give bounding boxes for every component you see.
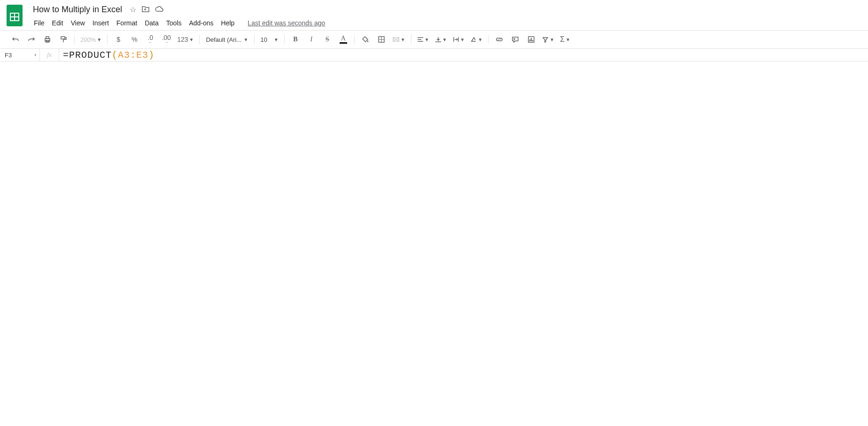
- svg-point-8: [367, 41, 368, 42]
- svg-rect-25: [532, 40, 533, 41]
- horizontal-align-button[interactable]: ▼: [415, 33, 431, 46]
- strikethrough-button[interactable]: S: [320, 33, 334, 46]
- format-currency-button[interactable]: $: [111, 33, 125, 46]
- menu-tools[interactable]: Tools: [163, 17, 185, 29]
- increase-decimal-button[interactable]: .00→: [159, 33, 173, 46]
- decrease-decimal-button[interactable]: .0←: [143, 33, 157, 46]
- fx-icon: fx: [40, 49, 59, 61]
- sheets-logo-icon[interactable]: [6, 4, 23, 27]
- move-folder-icon[interactable]: [142, 6, 149, 14]
- more-formats-button[interactable]: 123▼: [175, 33, 195, 46]
- bold-button[interactable]: B: [288, 33, 302, 46]
- borders-button[interactable]: [374, 33, 388, 46]
- font-size-select[interactable]: 10▼: [258, 33, 280, 46]
- fill-color-button[interactable]: [358, 33, 372, 46]
- text-color-button[interactable]: A: [336, 33, 350, 46]
- text-rotation-button[interactable]: ▼: [468, 33, 484, 46]
- toolbar: 200%▼ $ % .0← .00→ 123▼ Default (Ari...▼…: [0, 30, 868, 49]
- menu-edit[interactable]: Edit: [49, 17, 66, 29]
- print-button[interactable]: [40, 33, 54, 46]
- title-bar: How to Multiply in Excel ☆ File Edit Vie…: [0, 0, 868, 30]
- svg-rect-5: [46, 37, 49, 39]
- svg-rect-12: [393, 38, 395, 41]
- insert-chart-button[interactable]: [524, 33, 538, 46]
- menu-format[interactable]: Format: [114, 17, 140, 29]
- menu-addons[interactable]: Add-ons: [186, 17, 216, 29]
- font-select[interactable]: Default (Ari...▼: [203, 33, 250, 46]
- name-box[interactable]: F3: [0, 49, 40, 61]
- paint-format-button[interactable]: [56, 33, 70, 46]
- star-icon[interactable]: ☆: [130, 5, 136, 14]
- vertical-align-button[interactable]: ▼: [433, 33, 449, 46]
- formula-input[interactable]: =PRODUCT(A3:E3): [59, 50, 868, 61]
- menu-bar: File Edit View Insert Format Data Tools …: [31, 17, 328, 29]
- menu-data[interactable]: Data: [142, 17, 162, 29]
- menu-insert[interactable]: Insert: [90, 17, 112, 29]
- last-edit-link[interactable]: Last edit was seconds ago: [245, 17, 328, 29]
- svg-rect-24: [531, 38, 532, 41]
- undo-button[interactable]: [8, 33, 23, 46]
- menu-view[interactable]: View: [68, 17, 88, 29]
- menu-help[interactable]: Help: [218, 17, 238, 29]
- svg-rect-23: [529, 39, 530, 41]
- menu-file[interactable]: File: [31, 17, 47, 29]
- filter-button[interactable]: ▼: [540, 33, 556, 46]
- document-title[interactable]: How to Multiply in Excel: [31, 4, 124, 15]
- insert-link-button[interactable]: [492, 33, 506, 46]
- svg-rect-13: [397, 38, 399, 41]
- functions-button[interactable]: Σ▼: [558, 33, 572, 46]
- formula-bar: F3 fx =PRODUCT(A3:E3): [0, 49, 868, 62]
- text-wrap-button[interactable]: ▼: [451, 33, 467, 46]
- redo-button[interactable]: [24, 33, 39, 46]
- insert-comment-button[interactable]: [508, 33, 522, 46]
- format-percent-button[interactable]: %: [127, 33, 141, 46]
- zoom-select[interactable]: 200%▼: [78, 33, 103, 46]
- italic-button[interactable]: I: [304, 33, 318, 46]
- svg-rect-7: [61, 37, 65, 39]
- cloud-status-icon[interactable]: [155, 6, 163, 14]
- merge-cells-button[interactable]: ▼: [390, 33, 407, 46]
